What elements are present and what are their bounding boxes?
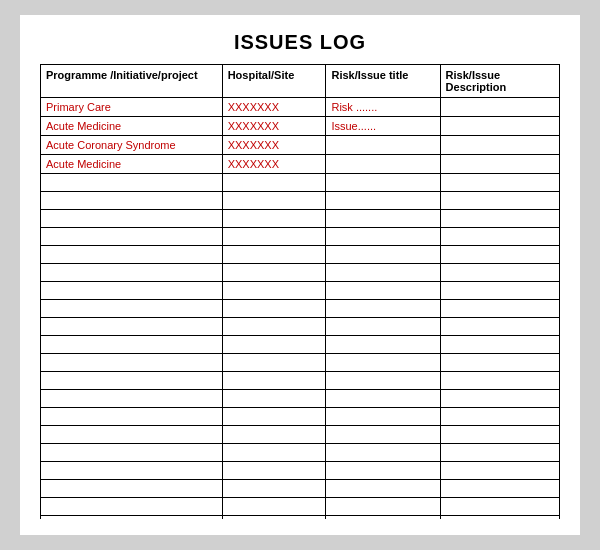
empty-cell	[326, 228, 440, 246]
empty-cell	[222, 192, 326, 210]
empty-cell	[326, 336, 440, 354]
empty-cell	[222, 228, 326, 246]
table-row: Acute Coronary SyndromeXXXXXXX	[41, 136, 560, 155]
empty-cell	[326, 516, 440, 520]
empty-cell	[222, 336, 326, 354]
table-row	[41, 426, 560, 444]
empty-cell	[440, 390, 559, 408]
header-programme: Programme /Initiative/project	[41, 65, 223, 98]
empty-cell	[41, 246, 223, 264]
empty-cell	[326, 210, 440, 228]
empty-cell	[41, 282, 223, 300]
empty-cell	[440, 444, 559, 462]
empty-cell	[222, 282, 326, 300]
table-row: Primary CareXXXXXXXRisk .......	[41, 98, 560, 117]
table-header-row: Programme /Initiative/project Hospital/S…	[41, 65, 560, 98]
empty-cell	[222, 516, 326, 520]
issues-log-table: Programme /Initiative/project Hospital/S…	[40, 64, 560, 519]
table-row: Acute MedicineXXXXXXX	[41, 155, 560, 174]
empty-cell	[440, 462, 559, 480]
cell-risk_title	[326, 136, 440, 155]
empty-cell	[440, 192, 559, 210]
empty-cell	[222, 372, 326, 390]
empty-cell	[326, 498, 440, 516]
empty-cell	[222, 210, 326, 228]
empty-cell	[41, 426, 223, 444]
cell-risk_title: Risk .......	[326, 98, 440, 117]
empty-cell	[222, 264, 326, 282]
header-risk-desc: Risk/Issue Description	[440, 65, 559, 98]
empty-cell	[440, 426, 559, 444]
empty-cell	[326, 246, 440, 264]
cell-programme: Primary Care	[41, 98, 223, 117]
empty-cell	[41, 408, 223, 426]
empty-cell	[41, 228, 223, 246]
cell-hospital: XXXXXXX	[222, 98, 326, 117]
empty-cell	[222, 444, 326, 462]
empty-cell	[326, 300, 440, 318]
empty-cell	[440, 264, 559, 282]
empty-cell	[41, 336, 223, 354]
cell-hospital: XXXXXXX	[222, 136, 326, 155]
empty-cell	[440, 354, 559, 372]
empty-cell	[440, 516, 559, 520]
cell-description	[440, 98, 559, 117]
page-title: ISSUES LOG	[40, 31, 560, 54]
table-row	[41, 174, 560, 192]
empty-cell	[41, 300, 223, 318]
empty-cell	[326, 282, 440, 300]
empty-cell	[440, 210, 559, 228]
header-risk-title: Risk/Issue title	[326, 65, 440, 98]
empty-cell	[440, 228, 559, 246]
table-row	[41, 300, 560, 318]
empty-cell	[222, 408, 326, 426]
table-row	[41, 264, 560, 282]
empty-cell	[440, 336, 559, 354]
empty-cell	[326, 354, 440, 372]
table-row	[41, 444, 560, 462]
page: ISSUES LOG Programme /Initiative/project…	[20, 15, 580, 535]
empty-cell	[222, 174, 326, 192]
empty-cell	[41, 372, 223, 390]
empty-cell	[41, 174, 223, 192]
empty-cell	[440, 372, 559, 390]
empty-cell	[326, 318, 440, 336]
empty-cell	[326, 174, 440, 192]
empty-cell	[222, 246, 326, 264]
table-row	[41, 318, 560, 336]
empty-cell	[222, 318, 326, 336]
empty-cell	[222, 300, 326, 318]
empty-cell	[326, 390, 440, 408]
cell-hospital: XXXXXXX	[222, 155, 326, 174]
table-row	[41, 498, 560, 516]
empty-cell	[222, 354, 326, 372]
table-row	[41, 210, 560, 228]
cell-risk_title	[326, 155, 440, 174]
empty-cell	[41, 462, 223, 480]
table-row	[41, 246, 560, 264]
table-row	[41, 336, 560, 354]
table-row	[41, 462, 560, 480]
empty-cell	[440, 408, 559, 426]
empty-cell	[41, 390, 223, 408]
table-row	[41, 354, 560, 372]
empty-cell	[326, 372, 440, 390]
empty-cell	[41, 498, 223, 516]
empty-cell	[41, 480, 223, 498]
empty-cell	[440, 300, 559, 318]
empty-cell	[326, 408, 440, 426]
cell-programme: Acute Medicine	[41, 155, 223, 174]
empty-cell	[222, 390, 326, 408]
empty-cell	[440, 282, 559, 300]
table-row	[41, 516, 560, 520]
cell-risk_title: Issue......	[326, 117, 440, 136]
empty-cell	[440, 246, 559, 264]
empty-cell	[41, 210, 223, 228]
cell-description	[440, 136, 559, 155]
empty-cell	[440, 498, 559, 516]
table-row	[41, 282, 560, 300]
empty-cell	[326, 462, 440, 480]
empty-cell	[326, 264, 440, 282]
empty-cell	[326, 192, 440, 210]
empty-cell	[222, 498, 326, 516]
